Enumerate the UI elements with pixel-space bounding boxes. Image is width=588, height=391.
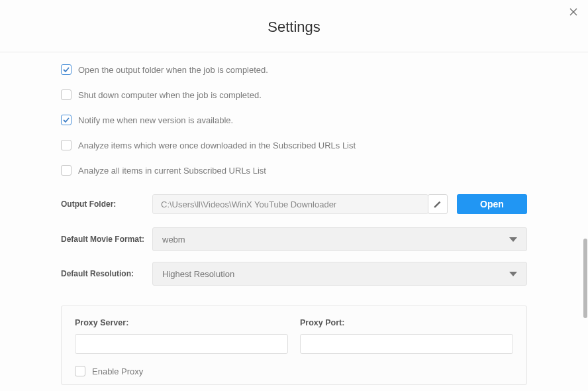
default-resolution-value: Highest Resolution [162,269,234,279]
proxy-server-col: Proxy Server: [75,318,288,354]
proxy-server-input[interactable] [75,334,288,354]
checkbox-shutdown-label: Shut down computer when the job is compl… [78,90,262,100]
default-format-label: Default Movie Format: [61,235,152,244]
default-format-value: webm [162,235,185,245]
chevron-down-icon [509,237,517,242]
default-resolution-row: Default Resolution: Highest Resolution [61,262,527,286]
enable-proxy-label: Enable Proxy [92,366,143,376]
checkbox-open-output[interactable] [61,64,72,75]
checkbox-notify-label: Notify me when new version is available. [78,115,233,125]
checkbox-analyze-all-label: Analyze all items in current Subscribed … [78,166,266,176]
settings-content: Open the output folder when the job is c… [0,52,588,391]
proxy-server-label: Proxy Server: [75,318,288,327]
output-folder-row: Output Folder: Open [61,194,527,214]
checkbox-open-output-row: Open the output folder when the job is c… [61,64,527,75]
checkbox-analyze-once-row: Analyze items which were once downloaded… [61,140,527,150]
proxy-group: Proxy Server: Proxy Port: Enable Proxy [61,306,527,385]
default-resolution-label: Default Resolution: [61,269,152,278]
scrollbar[interactable] [583,239,587,318]
checkbox-notify[interactable] [61,115,72,125]
page-title: Settings [0,0,588,52]
output-folder-input[interactable] [152,194,428,214]
default-format-select[interactable]: webm [152,227,527,251]
output-folder-input-group [152,194,448,214]
close-icon [569,8,577,16]
proxy-fields: Proxy Server: Proxy Port: [75,318,513,354]
checkbox-shutdown-row: Shut down computer when the job is compl… [61,89,527,100]
close-button[interactable] [565,4,581,20]
checkbox-shutdown[interactable] [61,89,72,100]
output-folder-label: Output Folder: [61,199,152,209]
default-format-row: Default Movie Format: webm [61,227,527,251]
default-resolution-select[interactable]: Highest Resolution [152,262,527,286]
checkbox-open-output-label: Open the output folder when the job is c… [78,65,268,75]
checkbox-analyze-all-row: Analyze all items in current Subscribed … [61,165,527,176]
pencil-icon [433,199,442,209]
check-icon [62,66,70,74]
checkbox-notify-row: Notify me when new version is available. [61,115,527,125]
open-button[interactable]: Open [457,194,527,214]
proxy-port-col: Proxy Port: [300,318,513,354]
proxy-enable-row: Enable Proxy [75,366,513,376]
output-folder-browse-button[interactable] [428,194,448,214]
check-icon [62,116,70,124]
chevron-down-icon [509,272,517,276]
checkbox-enable-proxy[interactable] [75,366,85,376]
checkbox-analyze-all[interactable] [61,165,72,176]
settings-window: Settings Open the output folder when the… [0,0,588,391]
proxy-port-input[interactable] [300,334,513,354]
proxy-port-label: Proxy Port: [300,318,513,327]
checkbox-analyze-once-label: Analyze items which were once downloaded… [78,140,356,150]
checkbox-analyze-once[interactable] [61,140,72,150]
